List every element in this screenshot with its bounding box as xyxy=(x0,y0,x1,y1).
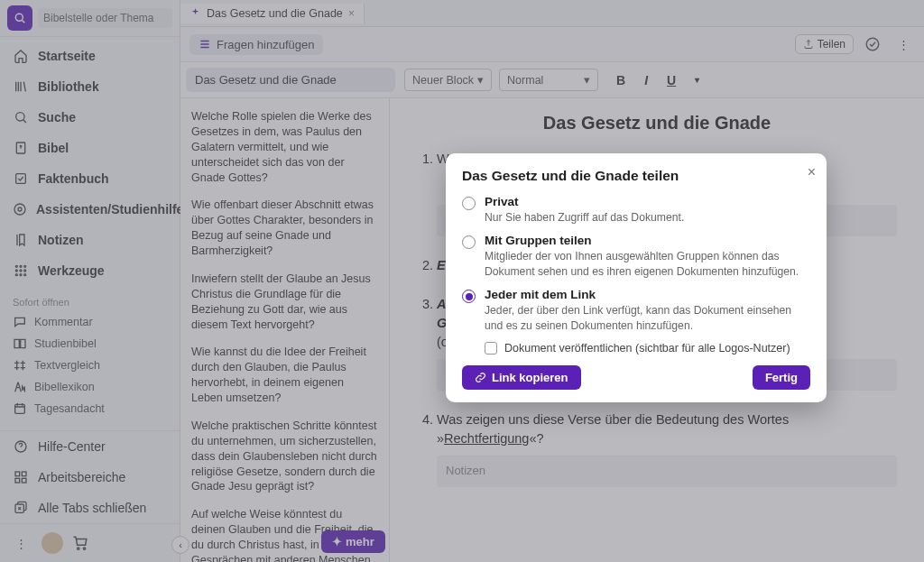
link-icon xyxy=(475,372,486,383)
checkbox[interactable] xyxy=(485,342,497,355)
publish-label: Dokument veröffentlichen (sichtbar für a… xyxy=(504,342,790,355)
copy-link-button[interactable]: Link kopieren xyxy=(462,365,581,390)
share-option-2[interactable]: Jeder mit dem Link Jeder, der über den L… xyxy=(462,288,810,333)
done-label: Fertig xyxy=(765,371,798,384)
radio[interactable] xyxy=(462,235,476,249)
share-option-0[interactable]: Privat Nur Sie haben Zugriff auf das Dok… xyxy=(462,195,810,225)
share-modal: × Das Gesetz und die Gnade teilen Privat… xyxy=(446,153,827,402)
done-button[interactable]: Fertig xyxy=(753,365,810,390)
radio-title: Privat xyxy=(485,195,684,208)
modal-title: Das Gesetz und die Gnade teilen xyxy=(462,168,810,184)
share-option-1[interactable]: Mit Gruppen teilen Mitglieder der von Ih… xyxy=(462,234,810,279)
radio-desc: Nur Sie haben Zugriff auf das Dokument. xyxy=(485,210,684,225)
close-icon[interactable]: × xyxy=(808,164,816,180)
radio[interactable] xyxy=(462,197,476,210)
copy-link-label: Link kopieren xyxy=(492,371,568,384)
radio[interactable] xyxy=(462,290,476,303)
publish-checkbox-row[interactable]: Dokument veröffentlichen (sichtbar für a… xyxy=(485,342,810,355)
radio-desc: Mitglieder der von Ihnen ausgewählten Gr… xyxy=(485,249,810,279)
radio-title: Jeder mit dem Link xyxy=(485,288,810,301)
radio-desc: Jeder, der über den Link verfügt, kann d… xyxy=(485,303,810,333)
radio-title: Mit Gruppen teilen xyxy=(485,234,810,247)
